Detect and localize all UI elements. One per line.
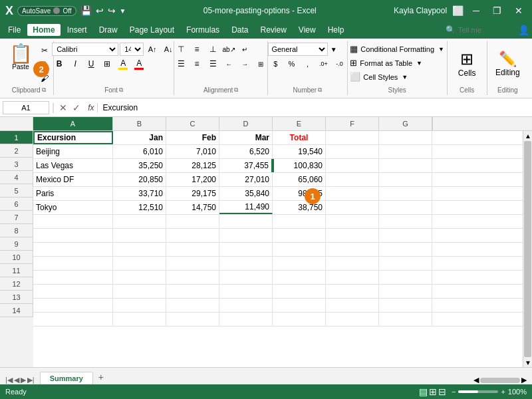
row-header-3[interactable]: 3 <box>0 158 33 171</box>
cell-a12[interactable] <box>33 285 113 298</box>
row-header-11[interactable]: 11 <box>0 264 33 277</box>
cell-d2[interactable]: 6,520 <box>219 145 273 158</box>
cell-c6[interactable]: 14,750 <box>166 201 219 214</box>
align-middle-btn[interactable]: ≡ <box>190 43 204 56</box>
cell-f11[interactable] <box>326 271 379 284</box>
cell-e3[interactable]: 100,830 <box>273 159 326 172</box>
cell-d5[interactable]: 35,840 <box>219 187 273 200</box>
tab-last-btn[interactable]: ▶| <box>27 376 35 384</box>
cell-a5[interactable]: Paris <box>33 187 113 200</box>
increase-indent-btn[interactable]: → <box>237 57 252 70</box>
minimize-btn[interactable]: ─ <box>469 4 483 17</box>
cell-d12[interactable] <box>219 285 273 298</box>
zoom-slider[interactable] <box>458 390 498 393</box>
font-size-select[interactable]: 14 <box>120 43 144 56</box>
cell-b8[interactable] <box>113 229 166 242</box>
cell-f5[interactable] <box>326 187 379 200</box>
cell-g3[interactable] <box>379 159 432 172</box>
cell-c11[interactable] <box>166 271 219 284</box>
cell-a4[interactable]: Mexico DF <box>33 173 113 186</box>
cell-g11[interactable] <box>379 271 432 284</box>
comma-style-btn[interactable]: , <box>300 57 315 70</box>
orientation-btn[interactable]: ab↗ <box>221 43 236 56</box>
increase-font-size-btn[interactable]: A↑ <box>145 43 160 56</box>
cell-b11[interactable] <box>113 271 166 284</box>
cell-g7[interactable] <box>379 215 432 228</box>
restore-btn[interactable]: ❐ <box>489 4 505 17</box>
cell-a9[interactable] <box>33 243 113 256</box>
number-format-select[interactable]: General <box>268 43 328 56</box>
col-header-g[interactable]: G <box>379 117 432 130</box>
cell-a3[interactable]: Las Vegas <box>33 159 113 172</box>
cell-c1[interactable]: Feb <box>166 131 219 144</box>
add-sheet-button[interactable]: + <box>93 370 109 384</box>
redo-btn[interactable]: ↪ <box>108 5 116 16</box>
cell-e2[interactable]: 19,540 <box>273 145 326 158</box>
cell-c9[interactable] <box>166 243 219 256</box>
cell-styles-btn[interactable]: ⬜ Cell Styles ▼ <box>346 70 448 83</box>
cell-a8[interactable] <box>33 229 113 242</box>
cell-e7[interactable] <box>273 215 326 228</box>
sheet-tab-summary[interactable]: Summary <box>40 372 93 385</box>
cell-a7[interactable] <box>33 215 113 228</box>
format-as-table-btn[interactable]: ⊞ Format as Table ▼ <box>346 57 448 69</box>
cell-d10[interactable] <box>219 257 273 270</box>
font-family-select[interactable]: Calibri <box>52 43 118 56</box>
cell-f8[interactable] <box>326 229 379 242</box>
cell-e14[interactable] <box>273 313 326 326</box>
cell-b5[interactable]: 33,710 <box>113 187 166 200</box>
cell-f7[interactable] <box>326 215 379 228</box>
decrease-decimal-btn[interactable]: -.0 <box>332 57 346 70</box>
conditional-formatting-btn[interactable]: ▦ Conditional Formatting ▼ <box>346 43 448 55</box>
cell-f12[interactable] <box>326 285 379 298</box>
formula-confirm-btn[interactable]: ✓ <box>70 102 82 113</box>
cell-f14[interactable] <box>326 313 379 326</box>
cell-g13[interactable] <box>379 299 432 312</box>
share-icon[interactable]: 👤 <box>518 25 529 35</box>
menu-view[interactable]: View <box>293 24 321 36</box>
h-scroll-right-btn[interactable]: ▶ <box>521 376 527 384</box>
row-header-4[interactable]: 4 <box>0 171 33 184</box>
row-header-12[interactable]: 12 <box>0 277 33 291</box>
undo-btn[interactable]: ↩ <box>96 5 104 16</box>
autosave-toggle[interactable]: AutoSave Off <box>17 6 76 16</box>
number-format-expand[interactable]: ▼ <box>331 46 337 53</box>
cell-c7[interactable] <box>166 215 219 228</box>
cell-f2[interactable] <box>326 145 379 158</box>
row-header-10[interactable]: 10 <box>0 251 33 264</box>
close-btn[interactable]: ✕ <box>511 4 527 17</box>
cell-f1[interactable] <box>326 131 379 144</box>
cell-a13[interactable] <box>33 299 113 312</box>
normal-view-btn[interactable]: ▤ <box>419 386 428 397</box>
scroll-thumb[interactable] <box>524 141 531 357</box>
cell-e8[interactable] <box>273 229 326 242</box>
tell-me-input[interactable] <box>458 26 511 34</box>
cell-a10[interactable] <box>33 257 113 270</box>
page-break-view-btn[interactable]: ⊟ <box>438 386 446 397</box>
cell-e12[interactable] <box>273 285 326 298</box>
increase-decimal-btn[interactable]: .0+ <box>316 57 331 70</box>
cell-a11[interactable] <box>33 271 113 284</box>
cell-d8[interactable] <box>219 229 273 242</box>
cell-c14[interactable] <box>166 313 219 326</box>
formula-input[interactable] <box>100 103 530 112</box>
menu-help[interactable]: Help <box>323 24 350 36</box>
paste-button[interactable]: 📋 Paste <box>6 43 36 72</box>
cell-e13[interactable] <box>273 299 326 312</box>
cell-f6[interactable] <box>326 201 379 214</box>
col-header-b[interactable]: B <box>113 117 166 130</box>
cell-c8[interactable] <box>166 229 219 242</box>
cell-b4[interactable]: 20,850 <box>113 173 166 186</box>
font-color-button[interactable]: A <box>132 57 146 70</box>
cell-e11[interactable] <box>273 271 326 284</box>
customize-qat-icon[interactable]: ▼ <box>120 7 126 15</box>
cell-g14[interactable] <box>379 313 432 326</box>
cell-d9[interactable] <box>219 243 273 256</box>
cell-d11[interactable] <box>219 271 273 284</box>
cell-g8[interactable] <box>379 229 432 242</box>
menu-formulas[interactable]: Formulas <box>181 24 225 36</box>
cell-e9[interactable] <box>273 243 326 256</box>
cell-c12[interactable] <box>166 285 219 298</box>
cell-c10[interactable] <box>166 257 219 270</box>
save-icon[interactable]: 💾 <box>80 5 92 16</box>
